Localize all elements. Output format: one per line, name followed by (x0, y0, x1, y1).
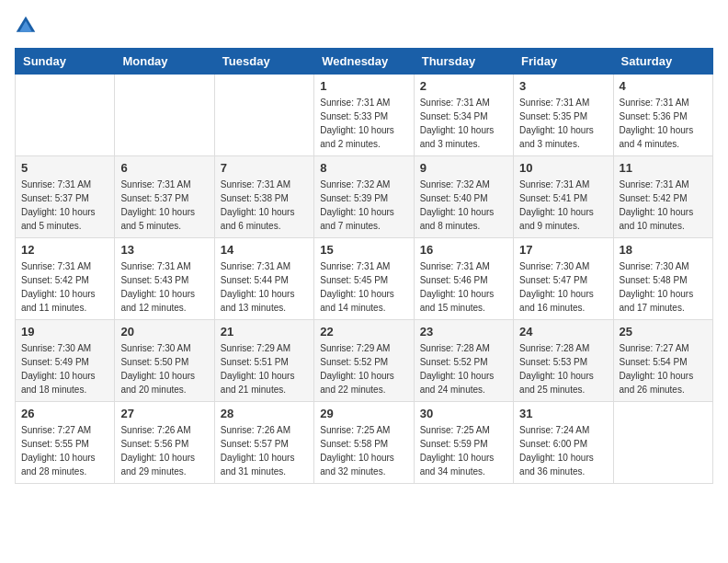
day-number: 30 (420, 407, 507, 420)
day-info: Sunrise: 7:32 AMSunset: 5:39 PMDaylight:… (320, 178, 407, 233)
calendar-cell: 26Sunrise: 7:27 AMSunset: 5:55 PMDayligh… (16, 402, 115, 484)
calendar-cell: 28Sunrise: 7:26 AMSunset: 5:57 PMDayligh… (214, 402, 313, 484)
calendar-cell: 18Sunrise: 7:30 AMSunset: 5:48 PMDayligh… (613, 238, 712, 320)
day-info: Sunrise: 7:25 AMSunset: 5:59 PMDaylight:… (420, 423, 507, 478)
calendar-week-5: 26Sunrise: 7:27 AMSunset: 5:55 PMDayligh… (16, 402, 713, 484)
day-number: 29 (320, 407, 407, 420)
page-header (15, 15, 713, 37)
day-number: 2 (420, 79, 507, 93)
calendar-cell (115, 75, 214, 156)
day-info: Sunrise: 7:31 AMSunset: 5:43 PMDaylight:… (120, 259, 208, 315)
weekday-header-wednesday: Wednesday (314, 49, 414, 75)
day-info: Sunrise: 7:31 AMSunset: 5:42 PMDaylight:… (21, 259, 108, 315)
calendar-cell: 30Sunrise: 7:25 AMSunset: 5:59 PMDayligh… (414, 402, 513, 484)
calendar-cell: 31Sunrise: 7:24 AMSunset: 6:00 PMDayligh… (514, 402, 613, 484)
day-number: 3 (519, 79, 607, 93)
calendar-cell (613, 402, 712, 484)
calendar-cell: 23Sunrise: 7:28 AMSunset: 5:52 PMDayligh… (414, 320, 513, 402)
weekday-header-saturday: Saturday (613, 49, 712, 75)
day-info: Sunrise: 7:24 AMSunset: 6:00 PMDaylight:… (519, 423, 607, 478)
day-info: Sunrise: 7:30 AMSunset: 5:48 PMDaylight:… (620, 259, 707, 315)
day-number: 20 (120, 325, 208, 339)
day-info: Sunrise: 7:26 AMSunset: 5:56 PMDaylight:… (120, 423, 208, 478)
calendar-cell: 9Sunrise: 7:32 AMSunset: 5:40 PMDaylight… (414, 156, 513, 238)
calendar-cell: 11Sunrise: 7:31 AMSunset: 5:42 PMDayligh… (613, 156, 712, 238)
day-info: Sunrise: 7:30 AMSunset: 5:47 PMDaylight:… (519, 259, 607, 315)
day-number: 6 (120, 161, 208, 175)
day-info: Sunrise: 7:31 AMSunset: 5:38 PMDaylight:… (221, 178, 308, 233)
day-number: 18 (620, 243, 707, 257)
day-info: Sunrise: 7:28 AMSunset: 5:53 PMDaylight:… (519, 341, 607, 396)
day-number: 12 (21, 243, 108, 257)
calendar-week-2: 5Sunrise: 7:31 AMSunset: 5:37 PMDaylight… (16, 156, 713, 238)
calendar-cell: 3Sunrise: 7:31 AMSunset: 5:35 PMDaylight… (514, 75, 613, 156)
calendar-week-4: 19Sunrise: 7:30 AMSunset: 5:49 PMDayligh… (16, 320, 713, 402)
day-number: 15 (320, 243, 407, 257)
calendar-cell: 19Sunrise: 7:30 AMSunset: 5:49 PMDayligh… (16, 320, 115, 402)
calendar-cell: 13Sunrise: 7:31 AMSunset: 5:43 PMDayligh… (115, 238, 214, 320)
day-number: 19 (21, 325, 108, 339)
day-info: Sunrise: 7:31 AMSunset: 5:34 PMDaylight:… (420, 96, 507, 151)
day-info: Sunrise: 7:31 AMSunset: 5:45 PMDaylight:… (320, 259, 407, 315)
calendar-cell: 7Sunrise: 7:31 AMSunset: 5:38 PMDaylight… (214, 156, 313, 238)
calendar-cell: 12Sunrise: 7:31 AMSunset: 5:42 PMDayligh… (16, 238, 115, 320)
calendar-cell: 17Sunrise: 7:30 AMSunset: 5:47 PMDayligh… (514, 238, 613, 320)
weekday-header-tuesday: Tuesday (214, 49, 313, 75)
day-number: 11 (620, 161, 707, 175)
logo (15, 15, 40, 37)
calendar-cell: 21Sunrise: 7:29 AMSunset: 5:51 PMDayligh… (214, 320, 313, 402)
calendar-week-3: 12Sunrise: 7:31 AMSunset: 5:42 PMDayligh… (16, 238, 713, 320)
day-info: Sunrise: 7:31 AMSunset: 5:37 PMDaylight:… (120, 178, 208, 233)
calendar-cell: 27Sunrise: 7:26 AMSunset: 5:56 PMDayligh… (115, 402, 214, 484)
calendar-cell: 20Sunrise: 7:30 AMSunset: 5:50 PMDayligh… (115, 320, 214, 402)
day-number: 23 (420, 325, 507, 339)
calendar-cell: 14Sunrise: 7:31 AMSunset: 5:44 PMDayligh… (214, 238, 313, 320)
day-number: 17 (519, 243, 607, 257)
day-number: 8 (320, 161, 407, 175)
day-number: 22 (320, 325, 407, 339)
day-info: Sunrise: 7:26 AMSunset: 5:57 PMDaylight:… (221, 423, 308, 478)
day-number: 24 (519, 325, 607, 339)
calendar-cell: 25Sunrise: 7:27 AMSunset: 5:54 PMDayligh… (613, 320, 712, 402)
calendar-cell: 8Sunrise: 7:32 AMSunset: 5:39 PMDaylight… (314, 156, 414, 238)
weekday-header-monday: Monday (115, 49, 214, 75)
day-info: Sunrise: 7:31 AMSunset: 5:44 PMDaylight:… (221, 259, 308, 315)
weekday-header-sunday: Sunday (16, 49, 115, 75)
day-number: 21 (221, 325, 308, 339)
day-info: Sunrise: 7:31 AMSunset: 5:35 PMDaylight:… (519, 96, 607, 151)
day-info: Sunrise: 7:30 AMSunset: 5:49 PMDaylight:… (21, 341, 108, 396)
day-number: 16 (420, 243, 507, 257)
calendar-table: SundayMondayTuesdayWednesdayThursdayFrid… (15, 48, 713, 484)
day-number: 25 (620, 325, 707, 339)
day-number: 27 (120, 407, 208, 420)
calendar-cell: 15Sunrise: 7:31 AMSunset: 5:45 PMDayligh… (314, 238, 414, 320)
day-info: Sunrise: 7:31 AMSunset: 5:41 PMDaylight:… (519, 178, 607, 233)
day-number: 5 (21, 161, 108, 175)
day-number: 10 (519, 161, 607, 175)
weekday-header-thursday: Thursday (414, 49, 513, 75)
day-info: Sunrise: 7:31 AMSunset: 5:42 PMDaylight:… (620, 178, 707, 233)
calendar-cell: 16Sunrise: 7:31 AMSunset: 5:46 PMDayligh… (414, 238, 513, 320)
day-number: 4 (620, 79, 707, 93)
day-number: 14 (221, 243, 308, 257)
calendar-cell (214, 75, 313, 156)
weekday-header-row: SundayMondayTuesdayWednesdayThursdayFrid… (16, 49, 713, 75)
day-info: Sunrise: 7:28 AMSunset: 5:52 PMDaylight:… (420, 341, 507, 396)
day-number: 1 (320, 79, 407, 93)
calendar-cell (16, 75, 115, 156)
calendar-cell: 4Sunrise: 7:31 AMSunset: 5:36 PMDaylight… (613, 75, 712, 156)
day-info: Sunrise: 7:31 AMSunset: 5:37 PMDaylight:… (21, 178, 108, 233)
calendar-cell: 22Sunrise: 7:29 AMSunset: 5:52 PMDayligh… (314, 320, 414, 402)
calendar-cell: 10Sunrise: 7:31 AMSunset: 5:41 PMDayligh… (514, 156, 613, 238)
day-info: Sunrise: 7:27 AMSunset: 5:54 PMDaylight:… (620, 341, 707, 396)
day-number: 9 (420, 161, 507, 175)
calendar-cell: 6Sunrise: 7:31 AMSunset: 5:37 PMDaylight… (115, 156, 214, 238)
day-info: Sunrise: 7:29 AMSunset: 5:52 PMDaylight:… (320, 341, 407, 396)
day-info: Sunrise: 7:25 AMSunset: 5:58 PMDaylight:… (320, 423, 407, 478)
calendar-cell: 5Sunrise: 7:31 AMSunset: 5:37 PMDaylight… (16, 156, 115, 238)
weekday-header-friday: Friday (514, 49, 613, 75)
logo-icon (15, 15, 37, 37)
day-info: Sunrise: 7:30 AMSunset: 5:50 PMDaylight:… (120, 341, 208, 396)
day-number: 28 (221, 407, 308, 420)
day-info: Sunrise: 7:31 AMSunset: 5:33 PMDaylight:… (320, 96, 407, 151)
